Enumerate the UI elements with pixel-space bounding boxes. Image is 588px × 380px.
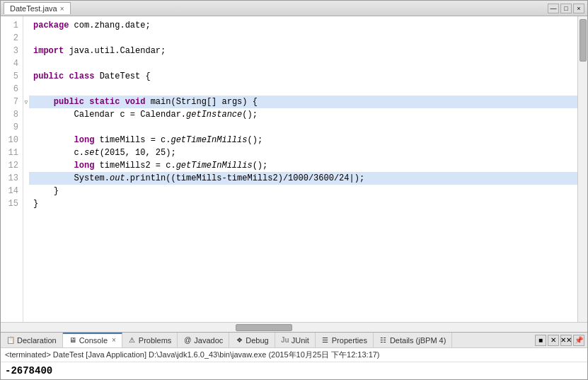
tab-details[interactable]: ☷ Details (jBPM 4) xyxy=(374,333,452,347)
tab-action-buttons: ■ ✕ ✕✕ 📌 xyxy=(535,335,587,346)
tab-problems-label: Problems xyxy=(139,336,171,345)
code-line-8: Calendar c = Calendar.getInstance(); xyxy=(29,108,577,121)
code-line-2 xyxy=(29,32,577,45)
editor-area: 1 2 3 4 5 6 7 8 9 10 11 12 13 14 15 ▽ pa… xyxy=(1,16,587,322)
console-icon: 🖥 xyxy=(69,336,77,345)
code-line-5: public class DateTest { xyxy=(29,70,577,83)
minimize-button[interactable]: — xyxy=(548,4,559,13)
tab-details-label: Details (jBPM 4) xyxy=(390,336,446,345)
code-line-12: long timeMills2 = c.getTimeInMillis(); xyxy=(29,159,577,172)
tab-declaration[interactable]: 📋 Declaration xyxy=(1,333,63,347)
declaration-icon: 📋 xyxy=(6,336,15,345)
properties-icon: ☰ xyxy=(321,336,330,345)
code-line-6 xyxy=(29,83,577,96)
window-controls: — □ × xyxy=(548,4,584,13)
code-line-10: long timeMills = c.getTimeInMillis(); xyxy=(29,134,577,146)
junit-icon: Ju xyxy=(281,336,289,345)
tab-declaration-label: Declaration xyxy=(17,336,57,345)
line-numbers: 1 2 3 4 5 6 7 8 9 10 11 12 13 14 15 xyxy=(1,16,23,322)
code-line-11: c.set(2015, 10, 25); xyxy=(29,146,577,159)
tab-debug-label: Debug xyxy=(246,336,268,345)
remove-button[interactable]: ✕ xyxy=(548,335,559,346)
restore-button[interactable]: □ xyxy=(560,4,572,13)
fold-gutter: ▽ xyxy=(23,16,29,322)
tab-console[interactable]: 🖥 Console × xyxy=(63,333,122,347)
code-line-14: } xyxy=(29,185,577,197)
pin-button[interactable]: 📌 xyxy=(573,335,584,346)
scrollbar-thumb-h[interactable] xyxy=(236,324,292,331)
console-status: <terminated> DateTest [Java Application]… xyxy=(1,348,587,362)
code-line-3: import java.util.Calendar; xyxy=(29,45,577,57)
bottom-tab-bar: 📋 Declaration 🖥 Console × ⚠ Problems @ J… xyxy=(1,333,587,348)
tab-properties-label: Properties xyxy=(332,336,367,345)
stop-button[interactable]: ■ xyxy=(535,335,546,346)
scrollbar-thumb-v[interactable] xyxy=(580,19,587,62)
tab-javadoc-label: Javadoc xyxy=(194,336,223,345)
code-line-15: } xyxy=(29,197,577,210)
editor-tab[interactable]: DateTest.java × xyxy=(4,2,71,14)
code-editor[interactable]: package com.zhang.date; import java.util… xyxy=(29,16,577,322)
title-bar: DateTest.java × — □ × xyxy=(1,1,587,16)
code-line-9 xyxy=(29,121,577,134)
horizontal-scrollbar[interactable] xyxy=(1,322,587,332)
vertical-scrollbar[interactable] xyxy=(577,16,587,322)
javadoc-icon: @ xyxy=(183,336,192,345)
tab-close-icon[interactable]: × xyxy=(60,5,64,13)
code-line-4 xyxy=(29,57,577,70)
console-output: -2678400 xyxy=(1,362,587,379)
details-icon: ☷ xyxy=(379,336,388,345)
tab-junit-label: JUnit xyxy=(292,336,309,345)
bottom-panel: 📋 Declaration 🖥 Console × ⚠ Problems @ J… xyxy=(1,332,587,379)
tab-debug[interactable]: ❖ Debug xyxy=(229,333,275,347)
tab-console-label: Console xyxy=(79,336,108,345)
code-line-7: public static void main(String[] args) { xyxy=(29,96,577,108)
file-tab-label: DateTest.java xyxy=(10,4,57,13)
problems-icon: ⚠ xyxy=(128,336,137,345)
close-button[interactable]: × xyxy=(573,4,584,13)
console-tab-close[interactable]: × xyxy=(112,336,116,344)
remove-all-button[interactable]: ✕✕ xyxy=(560,335,572,346)
main-window: DateTest.java × — □ × 1 2 3 4 5 6 7 8 9 … xyxy=(0,0,588,380)
tab-junit[interactable]: Ju JUnit xyxy=(275,333,316,347)
tab-properties[interactable]: ☰ Properties xyxy=(316,333,374,347)
code-line-13: System.out.println((timeMills-timeMills2… xyxy=(29,172,577,185)
debug-icon: ❖ xyxy=(235,336,243,345)
tab-problems[interactable]: ⚠ Problems xyxy=(122,333,178,347)
code-line-1: package com.zhang.date; xyxy=(29,19,577,32)
fold-icon[interactable]: ▽ xyxy=(23,96,29,108)
tab-javadoc[interactable]: @ Javadoc xyxy=(178,333,229,347)
